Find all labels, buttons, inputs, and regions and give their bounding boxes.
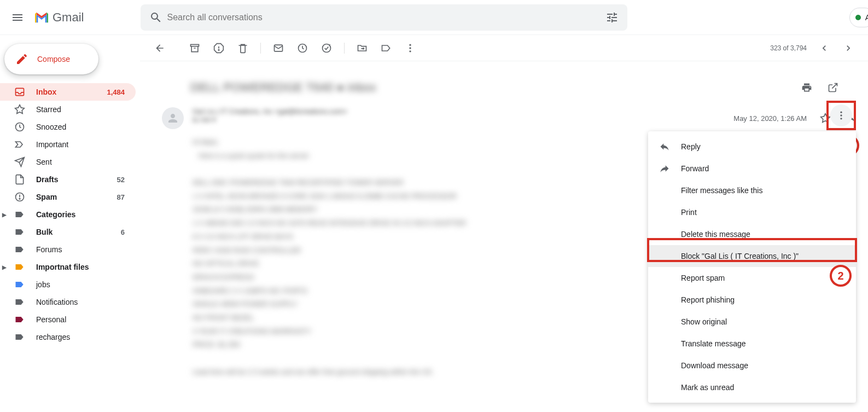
star-icon xyxy=(14,104,25,115)
sidebar-item-label: Personal xyxy=(36,315,129,324)
sidebar-item-label: Importnat files xyxy=(36,263,129,271)
sidebar-item-label: Inbox xyxy=(36,88,96,96)
menu-item-label: Show original xyxy=(681,317,727,326)
sidebar-item-spam[interactable]: Spam87 xyxy=(0,188,136,206)
sidebar-item-label: Forums xyxy=(36,245,129,254)
menu-item-mark-as-unread[interactable]: Mark as unread xyxy=(648,376,856,398)
sidebar-item-label: Bulk xyxy=(36,228,110,236)
sidebar-item-label: Categories xyxy=(36,210,129,219)
search-options-button[interactable] xyxy=(601,7,623,28)
inbox-icon xyxy=(14,86,25,97)
chevron-left-icon xyxy=(819,43,830,54)
sidebar-nav: Inbox1,484StarredSnoozedImportantSentDra… xyxy=(0,83,140,346)
hamburger-icon xyxy=(11,11,24,24)
sidebar-item-label: Starred xyxy=(36,105,129,114)
app-body: Compose Inbox1,484StarredSnoozedImportan… xyxy=(0,35,868,412)
trash-icon xyxy=(237,43,248,54)
sidebar-item-label: Notifications xyxy=(36,298,129,306)
brand-text: Gmail xyxy=(53,10,84,25)
sidebar-item-inbox[interactable]: Inbox1,484 xyxy=(0,83,136,101)
sidebar-item-label: jobs xyxy=(36,280,129,289)
search-container xyxy=(141,4,627,31)
important-icon xyxy=(14,139,25,150)
compose-button[interactable]: Compose xyxy=(4,44,98,74)
print-button[interactable] xyxy=(796,77,818,98)
menu-item-label: Filter messages like this xyxy=(681,186,762,195)
sidebar-item-bulk[interactable]: Bulk6 xyxy=(0,223,136,241)
move-to-button[interactable] xyxy=(351,37,373,59)
label-icon xyxy=(14,244,25,255)
menu-item-report-spam[interactable]: Report spam xyxy=(648,267,856,289)
menu-item-label: Mark as unread xyxy=(681,383,734,392)
caret-icon: ▶ xyxy=(2,212,7,218)
menu-item-report-phishing[interactable]: Report phishing xyxy=(648,289,856,311)
account-pill[interactable]: Ac xyxy=(849,8,868,27)
print-icon xyxy=(801,82,812,93)
back-button[interactable] xyxy=(149,37,171,59)
menu-item-label: Report spam xyxy=(681,274,725,282)
archive-icon xyxy=(189,43,200,54)
mark-unread-button[interactable] xyxy=(267,37,289,59)
main-menu-button[interactable] xyxy=(4,4,31,31)
menu-item-print[interactable]: Print xyxy=(648,201,856,223)
more-vert-icon xyxy=(405,43,416,54)
person-icon xyxy=(166,112,179,125)
menu-item-forward[interactable]: Forward xyxy=(648,158,856,179)
svg-point-17 xyxy=(840,118,842,119)
archive-button[interactable] xyxy=(184,37,206,59)
menu-item-filter-messages-like-this[interactable]: Filter messages like this xyxy=(648,179,856,201)
sidebar-item-forums[interactable]: Forums xyxy=(0,241,136,258)
sidebar-item-importnat-files[interactable]: ▶Importnat files xyxy=(0,258,136,276)
pagination-counter: 323 of 3,794 xyxy=(770,44,807,52)
toolbar-separator xyxy=(344,43,345,54)
menu-item-translate-message[interactable]: Translate message xyxy=(648,333,856,355)
sidebar-item-starred[interactable]: Starred xyxy=(0,101,136,118)
message-more-button[interactable] xyxy=(830,105,852,126)
spam-icon xyxy=(213,43,224,54)
toolbar-separator xyxy=(260,43,261,54)
labels-button[interactable] xyxy=(375,37,397,59)
sidebar-item-notifications[interactable]: Notifications xyxy=(0,293,136,311)
report-spam-button[interactable] xyxy=(208,37,230,59)
newer-button[interactable] xyxy=(813,37,835,59)
snooze-button[interactable] xyxy=(292,37,313,59)
older-button[interactable] xyxy=(837,37,859,59)
sidebar-item-snoozed[interactable]: Snoozed xyxy=(0,118,136,136)
delete-button[interactable] xyxy=(232,37,254,59)
search-bar xyxy=(141,4,627,31)
annotation-more-wrap: 1 xyxy=(826,101,856,130)
forward-icon xyxy=(659,163,670,174)
sidebar-item-personal[interactable]: Personal xyxy=(0,311,136,328)
annotation-badge-2: 2 xyxy=(830,265,852,287)
arrow-back-icon xyxy=(154,43,165,54)
sender-avatar[interactable] xyxy=(162,107,184,129)
open-new-window-button[interactable] xyxy=(822,77,844,98)
search-button[interactable] xyxy=(145,7,167,28)
chevron-right-icon xyxy=(843,43,854,54)
more-toolbar-button[interactable] xyxy=(399,37,421,59)
menu-item-label: Report phishing xyxy=(681,295,735,304)
menu-item-block-gal-lis-it-creations-inc[interactable]: Block "Gal Lis ( IT Creations, Inc )" xyxy=(648,245,856,267)
search-input[interactable] xyxy=(167,13,601,22)
sidebar-item-drafts[interactable]: Drafts52 xyxy=(0,171,136,188)
account-label: Ac xyxy=(865,13,868,22)
add-to-tasks-button[interactable] xyxy=(316,37,337,59)
main-pane: 323 of 3,794 DELL POWEREDGE T640 ● inbox… xyxy=(140,35,868,412)
sidebar-item-categories[interactable]: ▶Categories xyxy=(0,206,136,223)
menu-item-reply[interactable]: Reply xyxy=(648,136,856,158)
sidebar-item-important[interactable]: Important xyxy=(0,136,136,153)
menu-item-download-message[interactable]: Download message xyxy=(648,355,856,376)
app-header: Gmail Ac xyxy=(0,0,868,35)
send-icon xyxy=(14,156,25,167)
pencil-icon xyxy=(15,53,28,66)
sender-meta: Gal Lis | IT Creations, Inc <gal@itcreat… xyxy=(193,107,347,124)
menu-item-label: Delete this message xyxy=(681,230,750,239)
menu-item-show-original[interactable]: Show original xyxy=(648,311,856,333)
message-more-menu: ReplyForwardFilter messages like thisPri… xyxy=(648,131,856,403)
sidebar-item-jobs[interactable]: jobs xyxy=(0,276,136,293)
gmail-logo[interactable]: Gmail xyxy=(33,9,84,26)
label-icon xyxy=(14,297,25,307)
menu-item-delete-this-message[interactable]: Delete this message xyxy=(648,223,856,245)
sidebar-item-recharges[interactable]: recharges xyxy=(0,328,136,346)
sidebar-item-sent[interactable]: Sent xyxy=(0,153,136,171)
